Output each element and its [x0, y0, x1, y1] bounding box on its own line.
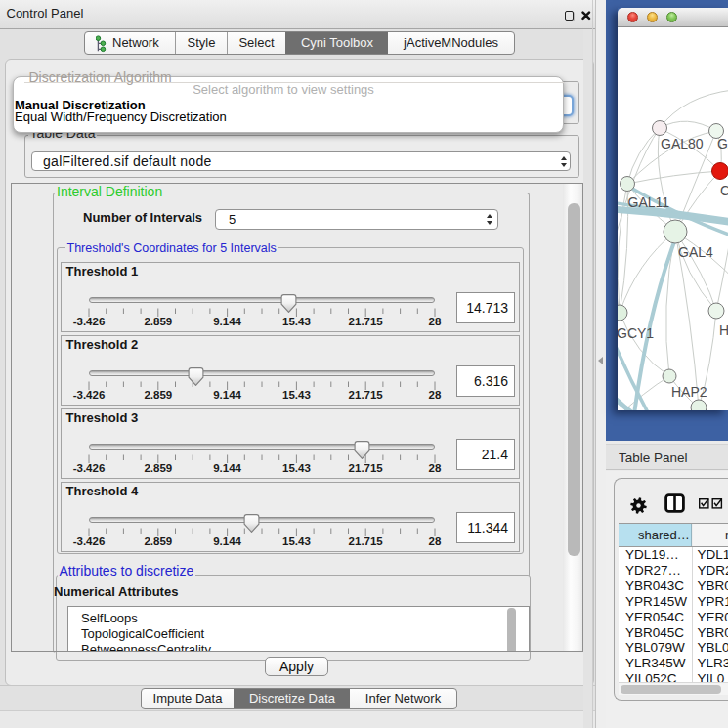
svg-text:GA: GA: [717, 136, 728, 151]
svg-text:CD: CD: [720, 183, 728, 198]
svg-text:HAP2: HAP2: [671, 384, 707, 400]
svg-text:GAL4: GAL4: [678, 244, 713, 260]
svg-text:HIS: HIS: [719, 322, 728, 338]
svg-text:GAL11: GAL11: [628, 194, 670, 210]
svg-text:GCY1: GCY1: [618, 325, 654, 341]
svg-text:GAL80: GAL80: [661, 136, 704, 151]
